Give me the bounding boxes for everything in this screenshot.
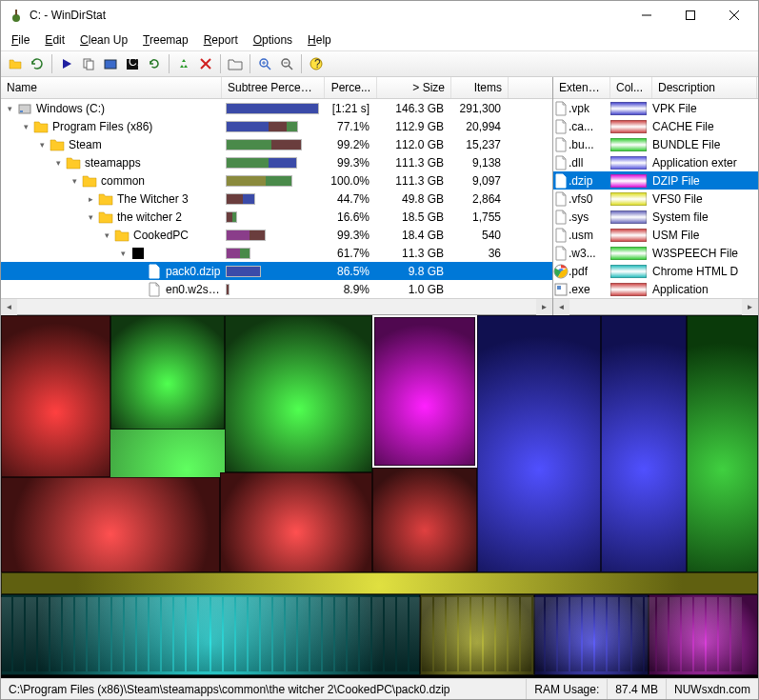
treemap-block[interactable] xyxy=(687,315,758,572)
expand-toggle[interactable]: ▾ xyxy=(21,121,31,131)
treemap-block[interactable] xyxy=(110,315,225,430)
extension-row[interactable]: .dzipDZIP File xyxy=(553,171,758,190)
zoom-out-icon[interactable] xyxy=(276,53,297,74)
expand-toggle[interactable]: ▾ xyxy=(70,175,80,186)
expand-toggle[interactable] xyxy=(134,284,145,294)
tree-row[interactable]: ▾common100.0%111.3 GB9,097 xyxy=(1,171,552,190)
help-icon[interactable]: ? xyxy=(306,53,327,74)
cmd-icon[interactable]: C:\ xyxy=(122,53,143,74)
treemap-block[interactable] xyxy=(1,477,220,572)
column-desc[interactable]: Description xyxy=(652,77,757,98)
extension-row[interactable]: .dllApplication exter xyxy=(553,153,758,171)
extension-row[interactable]: .vfs0VFS0 File xyxy=(553,190,758,208)
ext-desc: Chrome HTML D xyxy=(652,265,757,278)
new-folder-icon[interactable] xyxy=(225,53,246,74)
expand-toggle[interactable]: ▾ xyxy=(5,103,15,113)
menu-edit[interactable]: Edit xyxy=(38,31,71,49)
extension-row[interactable]: .w3...W3SPEECH File xyxy=(553,244,758,262)
column-ext[interactable]: Extensi... xyxy=(553,77,610,98)
delete-icon[interactable] xyxy=(195,53,216,74)
tree-row[interactable]: ▾CookedPC99.3%18.4 GB540 xyxy=(1,226,552,244)
extension-row[interactable]: .sysSystem file xyxy=(553,208,758,226)
menu-help[interactable]: Help xyxy=(301,31,338,49)
treemap-block[interactable] xyxy=(1,572,758,594)
treemap-block[interactable] xyxy=(649,594,758,675)
treemap-block[interactable] xyxy=(477,315,601,572)
menu-clean-up[interactable]: Clean Up xyxy=(73,31,134,49)
tree-row[interactable]: ▾61.7%11.3 GB36 xyxy=(1,244,552,262)
column-perc[interactable]: Perce... xyxy=(325,77,377,98)
expand-toggle[interactable]: ▾ xyxy=(37,139,48,150)
explorer-icon[interactable] xyxy=(100,53,121,74)
tree-row[interactable]: ▾the witcher 216.6%18.5 GB1,755 xyxy=(1,208,552,226)
refresh-all-icon[interactable] xyxy=(27,53,48,74)
column-items[interactable]: Items xyxy=(451,77,509,98)
tree-row[interactable]: ▾Steam99.2%112.0 GB15,237 xyxy=(1,135,552,153)
extension-row[interactable]: .vpkVPK File xyxy=(553,99,758,117)
cell-perc: 44.7% xyxy=(325,192,377,206)
copy-icon[interactable] xyxy=(78,53,99,74)
cell-items: 291,300 xyxy=(451,102,509,115)
color-swatch xyxy=(610,102,647,115)
expand-toggle[interactable] xyxy=(134,266,145,276)
close-button[interactable] xyxy=(712,1,756,30)
cell-items: 2,864 xyxy=(451,192,509,206)
menu-options[interactable]: Options xyxy=(247,31,299,49)
column-name[interactable]: Name xyxy=(1,77,222,98)
treemap-block[interactable] xyxy=(601,315,687,572)
play-icon[interactable] xyxy=(56,53,77,74)
horizontal-scrollbar[interactable]: ◄► xyxy=(553,298,758,314)
minimize-button[interactable] xyxy=(625,1,669,30)
treemap-view[interactable] xyxy=(1,315,758,678)
percent-bar xyxy=(226,230,266,241)
expand-toggle[interactable]: ▾ xyxy=(118,248,129,258)
treemap-block[interactable] xyxy=(1,594,420,675)
expand-toggle[interactable]: ▾ xyxy=(86,211,96,222)
percent-bar xyxy=(226,103,319,114)
tree-row[interactable]: pack0.dzip86.5%9.8 GB xyxy=(1,262,552,280)
tree-row[interactable]: ▾Windows (C:)[1:21 s]146.3 GB291,300 xyxy=(1,99,552,117)
svg-rect-24 xyxy=(132,248,144,259)
percent-bar xyxy=(226,211,237,223)
treemap-block[interactable] xyxy=(1,315,110,477)
extension-row[interactable]: .usmUSM File xyxy=(553,226,758,244)
column-col[interactable]: Col... xyxy=(610,77,652,98)
expand-toggle[interactable]: ▸ xyxy=(86,193,96,204)
treemap-block[interactable] xyxy=(420,594,534,675)
extension-rows[interactable]: .vpkVPK File.ca...CACHE File.bu...BUNDLE… xyxy=(553,99,758,298)
zoom-in-icon[interactable] xyxy=(254,53,275,74)
tree-row[interactable]: ▾Program Files (x86)77.1%112.9 GB20,994 xyxy=(1,117,552,135)
treemap-block[interactable] xyxy=(220,472,372,572)
extension-row[interactable]: .pdfChrome HTML D xyxy=(553,262,758,280)
treemap-block[interactable] xyxy=(225,315,372,472)
extension-row[interactable]: .ca...CACHE File xyxy=(553,117,758,135)
treemap-selected-block[interactable] xyxy=(372,315,477,468)
treemap-block[interactable] xyxy=(372,468,477,572)
horizontal-scrollbar[interactable]: ◄► xyxy=(1,298,552,314)
extension-row[interactable]: .bu...BUNDLE File xyxy=(553,135,758,153)
menu-report[interactable]: Report xyxy=(197,31,245,49)
item-name: common xyxy=(101,174,145,188)
refresh-icon[interactable] xyxy=(144,53,165,74)
menu-treemap[interactable]: Treemap xyxy=(136,31,195,49)
column-size[interactable]: > Size xyxy=(377,77,451,98)
ext-desc: Application xyxy=(652,283,757,296)
tree-row[interactable]: ▾steamapps99.3%111.3 GB9,138 xyxy=(1,153,552,171)
maximize-button[interactable] xyxy=(669,1,712,30)
extension-header[interactable]: Extensi...Col...Description xyxy=(553,77,758,99)
tree-header[interactable]: NameSubtree Percent...Perce...> SizeItem… xyxy=(1,77,552,99)
extension-row[interactable]: .exeApplication xyxy=(553,280,758,298)
expand-toggle[interactable]: ▾ xyxy=(102,230,112,240)
tree-row[interactable]: ▸The Witcher 344.7%49.8 GB2,864 xyxy=(1,190,552,208)
tree-row[interactable]: en0.w2sp...8.9%1.0 GB xyxy=(1,280,552,298)
treemap-block[interactable] xyxy=(534,594,649,675)
expand-toggle[interactable]: ▾ xyxy=(53,157,64,168)
percent-bar xyxy=(226,157,297,169)
column-subtree[interactable]: Subtree Percent... xyxy=(222,77,325,98)
item-name: the witcher 2 xyxy=(117,210,182,224)
recycle-icon[interactable] xyxy=(173,53,194,74)
tree-rows[interactable]: ▾Windows (C:)[1:21 s]146.3 GB291,300▾Pro… xyxy=(1,99,552,298)
menu-file[interactable]: File xyxy=(5,31,36,49)
open-icon[interactable] xyxy=(5,53,26,74)
cell-items: 9,138 xyxy=(451,156,509,170)
